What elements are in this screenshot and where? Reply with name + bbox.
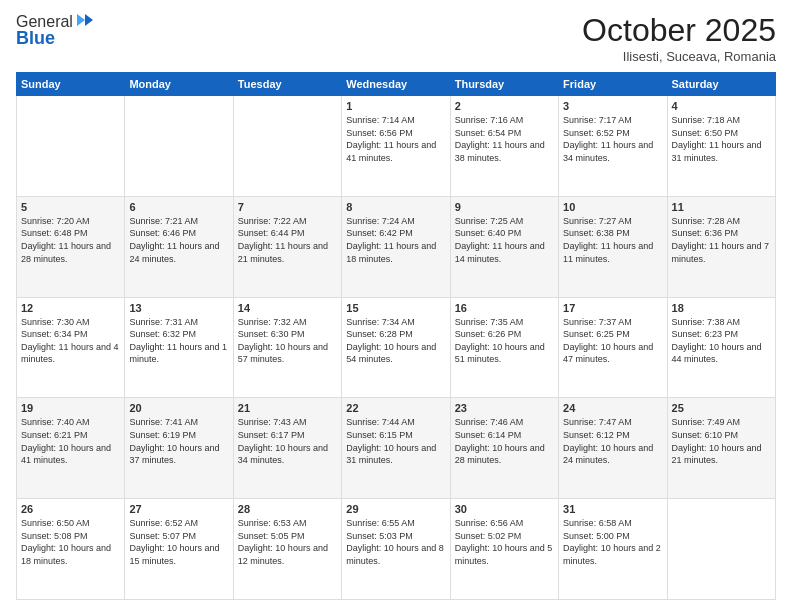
- day-info: Sunrise: 7:24 AM Sunset: 6:42 PM Dayligh…: [346, 215, 445, 265]
- day-info: Sunrise: 7:18 AM Sunset: 6:50 PM Dayligh…: [672, 114, 771, 164]
- day-info: Sunrise: 7:34 AM Sunset: 6:28 PM Dayligh…: [346, 316, 445, 366]
- day-number: 19: [21, 402, 120, 414]
- day-number: 18: [672, 302, 771, 314]
- day-number: 1: [346, 100, 445, 112]
- calendar-cell: 5Sunrise: 7:20 AM Sunset: 6:48 PM Daylig…: [17, 196, 125, 297]
- day-number: 9: [455, 201, 554, 213]
- title-area: October 2025 Ilisesti, Suceava, Romania: [582, 12, 776, 64]
- calendar-cell: 24Sunrise: 7:47 AM Sunset: 6:12 PM Dayli…: [559, 398, 667, 499]
- calendar-week-row: 5Sunrise: 7:20 AM Sunset: 6:48 PM Daylig…: [17, 196, 776, 297]
- calendar-cell: 3Sunrise: 7:17 AM Sunset: 6:52 PM Daylig…: [559, 96, 667, 197]
- day-number: 10: [563, 201, 662, 213]
- day-number: 29: [346, 503, 445, 515]
- page: General Blue October 2025 Ilisesti, Suce…: [0, 0, 792, 612]
- day-info: Sunrise: 7:14 AM Sunset: 6:56 PM Dayligh…: [346, 114, 445, 164]
- calendar-cell: 25Sunrise: 7:49 AM Sunset: 6:10 PM Dayli…: [667, 398, 775, 499]
- svg-marker-0: [85, 14, 93, 26]
- calendar-cell: 11Sunrise: 7:28 AM Sunset: 6:36 PM Dayli…: [667, 196, 775, 297]
- calendar-title: October 2025: [582, 12, 776, 49]
- day-info: Sunrise: 7:25 AM Sunset: 6:40 PM Dayligh…: [455, 215, 554, 265]
- day-info: Sunrise: 7:46 AM Sunset: 6:14 PM Dayligh…: [455, 416, 554, 466]
- day-info: Sunrise: 6:50 AM Sunset: 5:08 PM Dayligh…: [21, 517, 120, 567]
- day-number: 4: [672, 100, 771, 112]
- day-info: Sunrise: 7:49 AM Sunset: 6:10 PM Dayligh…: [672, 416, 771, 466]
- day-info: Sunrise: 7:30 AM Sunset: 6:34 PM Dayligh…: [21, 316, 120, 366]
- day-number: 21: [238, 402, 337, 414]
- calendar-cell: 18Sunrise: 7:38 AM Sunset: 6:23 PM Dayli…: [667, 297, 775, 398]
- day-info: Sunrise: 6:58 AM Sunset: 5:00 PM Dayligh…: [563, 517, 662, 567]
- day-number: 25: [672, 402, 771, 414]
- calendar-cell: 15Sunrise: 7:34 AM Sunset: 6:28 PM Dayli…: [342, 297, 450, 398]
- calendar-cell: 7Sunrise: 7:22 AM Sunset: 6:44 PM Daylig…: [233, 196, 341, 297]
- day-number: 31: [563, 503, 662, 515]
- calendar-cell: 31Sunrise: 6:58 AM Sunset: 5:00 PM Dayli…: [559, 499, 667, 600]
- calendar-cell: 28Sunrise: 6:53 AM Sunset: 5:05 PM Dayli…: [233, 499, 341, 600]
- day-info: Sunrise: 7:44 AM Sunset: 6:15 PM Dayligh…: [346, 416, 445, 466]
- calendar-cell: [233, 96, 341, 197]
- header: General Blue October 2025 Ilisesti, Suce…: [16, 12, 776, 64]
- day-number: 28: [238, 503, 337, 515]
- calendar-cell: 12Sunrise: 7:30 AM Sunset: 6:34 PM Dayli…: [17, 297, 125, 398]
- weekday-header: Tuesday: [233, 73, 341, 96]
- calendar-cell: 26Sunrise: 6:50 AM Sunset: 5:08 PM Dayli…: [17, 499, 125, 600]
- calendar-cell: 30Sunrise: 6:56 AM Sunset: 5:02 PM Dayli…: [450, 499, 558, 600]
- calendar-subtitle: Ilisesti, Suceava, Romania: [582, 49, 776, 64]
- calendar-cell: [125, 96, 233, 197]
- calendar-cell: 9Sunrise: 7:25 AM Sunset: 6:40 PM Daylig…: [450, 196, 558, 297]
- day-info: Sunrise: 7:41 AM Sunset: 6:19 PM Dayligh…: [129, 416, 228, 466]
- day-info: Sunrise: 7:38 AM Sunset: 6:23 PM Dayligh…: [672, 316, 771, 366]
- calendar-cell: 21Sunrise: 7:43 AM Sunset: 6:17 PM Dayli…: [233, 398, 341, 499]
- day-info: Sunrise: 7:17 AM Sunset: 6:52 PM Dayligh…: [563, 114, 662, 164]
- day-info: Sunrise: 7:27 AM Sunset: 6:38 PM Dayligh…: [563, 215, 662, 265]
- calendar-week-row: 1Sunrise: 7:14 AM Sunset: 6:56 PM Daylig…: [17, 96, 776, 197]
- day-info: Sunrise: 7:20 AM Sunset: 6:48 PM Dayligh…: [21, 215, 120, 265]
- weekday-header: Friday: [559, 73, 667, 96]
- calendar-cell: 14Sunrise: 7:32 AM Sunset: 6:30 PM Dayli…: [233, 297, 341, 398]
- calendar-cell: 8Sunrise: 7:24 AM Sunset: 6:42 PM Daylig…: [342, 196, 450, 297]
- day-number: 22: [346, 402, 445, 414]
- day-number: 30: [455, 503, 554, 515]
- day-number: 17: [563, 302, 662, 314]
- day-number: 26: [21, 503, 120, 515]
- day-number: 13: [129, 302, 228, 314]
- day-number: 3: [563, 100, 662, 112]
- calendar-cell: 4Sunrise: 7:18 AM Sunset: 6:50 PM Daylig…: [667, 96, 775, 197]
- calendar-table: SundayMondayTuesdayWednesdayThursdayFrid…: [16, 72, 776, 600]
- day-number: 12: [21, 302, 120, 314]
- calendar-cell: 27Sunrise: 6:52 AM Sunset: 5:07 PM Dayli…: [125, 499, 233, 600]
- calendar-cell: 20Sunrise: 7:41 AM Sunset: 6:19 PM Dayli…: [125, 398, 233, 499]
- day-number: 24: [563, 402, 662, 414]
- day-info: Sunrise: 7:40 AM Sunset: 6:21 PM Dayligh…: [21, 416, 120, 466]
- day-number: 5: [21, 201, 120, 213]
- calendar-cell: 19Sunrise: 7:40 AM Sunset: 6:21 PM Dayli…: [17, 398, 125, 499]
- day-number: 15: [346, 302, 445, 314]
- day-number: 23: [455, 402, 554, 414]
- day-number: 2: [455, 100, 554, 112]
- calendar-cell: 17Sunrise: 7:37 AM Sunset: 6:25 PM Dayli…: [559, 297, 667, 398]
- day-number: 27: [129, 503, 228, 515]
- calendar-cell: 2Sunrise: 7:16 AM Sunset: 6:54 PM Daylig…: [450, 96, 558, 197]
- calendar-week-row: 19Sunrise: 7:40 AM Sunset: 6:21 PM Dayli…: [17, 398, 776, 499]
- weekday-header: Monday: [125, 73, 233, 96]
- day-info: Sunrise: 7:22 AM Sunset: 6:44 PM Dayligh…: [238, 215, 337, 265]
- calendar-cell: 6Sunrise: 7:21 AM Sunset: 6:46 PM Daylig…: [125, 196, 233, 297]
- calendar-week-row: 26Sunrise: 6:50 AM Sunset: 5:08 PM Dayli…: [17, 499, 776, 600]
- day-info: Sunrise: 7:32 AM Sunset: 6:30 PM Dayligh…: [238, 316, 337, 366]
- day-number: 6: [129, 201, 228, 213]
- day-info: Sunrise: 6:52 AM Sunset: 5:07 PM Dayligh…: [129, 517, 228, 567]
- day-info: Sunrise: 7:16 AM Sunset: 6:54 PM Dayligh…: [455, 114, 554, 164]
- calendar-cell: 16Sunrise: 7:35 AM Sunset: 6:26 PM Dayli…: [450, 297, 558, 398]
- day-info: Sunrise: 7:47 AM Sunset: 6:12 PM Dayligh…: [563, 416, 662, 466]
- day-number: 11: [672, 201, 771, 213]
- day-number: 16: [455, 302, 554, 314]
- calendar-week-row: 12Sunrise: 7:30 AM Sunset: 6:34 PM Dayli…: [17, 297, 776, 398]
- day-number: 14: [238, 302, 337, 314]
- calendar-cell: 1Sunrise: 7:14 AM Sunset: 6:56 PM Daylig…: [342, 96, 450, 197]
- calendar-cell: 23Sunrise: 7:46 AM Sunset: 6:14 PM Dayli…: [450, 398, 558, 499]
- day-info: Sunrise: 7:43 AM Sunset: 6:17 PM Dayligh…: [238, 416, 337, 466]
- logo: General Blue: [16, 12, 95, 49]
- day-number: 8: [346, 201, 445, 213]
- logo-flag-icon: [75, 12, 95, 32]
- calendar-cell: 13Sunrise: 7:31 AM Sunset: 6:32 PM Dayli…: [125, 297, 233, 398]
- weekday-header: Saturday: [667, 73, 775, 96]
